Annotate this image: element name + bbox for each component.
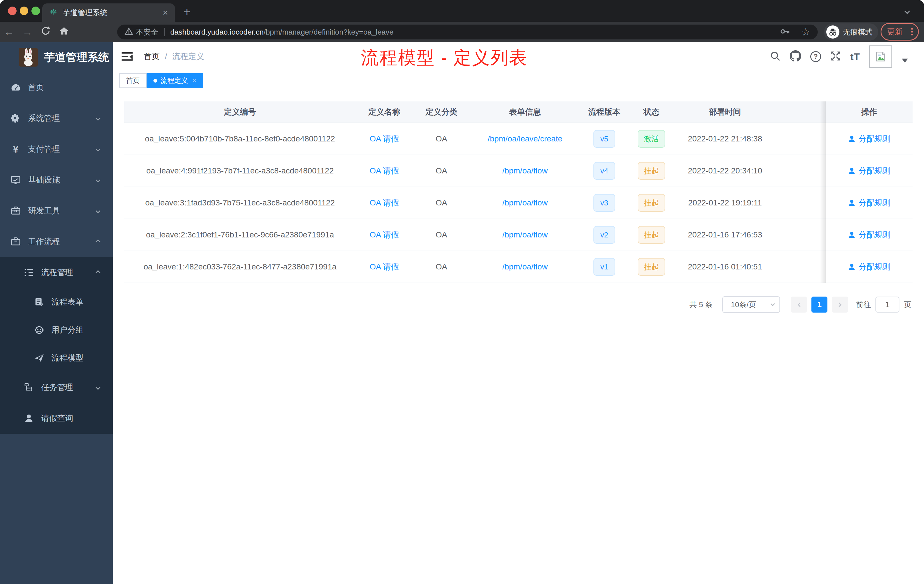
browser-tab[interactable]: 芋道管理系统 × <box>42 3 175 22</box>
form-link[interactable]: /bpm/oa/flow <box>502 230 548 239</box>
browser-update-button[interactable]: 更新 <box>881 23 919 41</box>
yen-icon: ¥ <box>10 144 21 155</box>
cell-definition-id: oa_leave:4:991f2193-7b7f-11ec-a3c8-acde4… <box>124 155 356 186</box>
user-icon <box>848 135 856 143</box>
form-link[interactable]: /bpm/oa/flow <box>502 198 548 208</box>
search-icon[interactable] <box>770 51 780 63</box>
sidebar-item-infrastructure[interactable]: 基础设施 <box>0 165 113 195</box>
forward-button: → <box>18 26 36 38</box>
reload-button[interactable] <box>36 26 55 38</box>
form-link[interactable]: /bpm/oa/flow <box>502 262 548 271</box>
minimize-window-button[interactable] <box>20 7 28 15</box>
sidebar-item-system[interactable]: 系统管理 <box>0 103 113 134</box>
tab-strip: 芋道管理系统 × + <box>0 0 924 22</box>
status-badge: 挂起 <box>638 226 665 244</box>
address-bar[interactable]: 不安全 dashboard.yudao.iocoder.cn/bpm/manag… <box>117 25 818 40</box>
definition-name-link[interactable]: OA 请假 <box>370 134 399 144</box>
col-header-name: 定义名称 <box>356 101 413 122</box>
assign-rule-button[interactable]: 分配规则 <box>848 229 891 240</box>
sidebar-item-user-group[interactable]: 用户分组 <box>0 316 113 344</box>
main-area: 首页 / 流程定义 流程模型 - 定义列表 ? tT 首页 <box>113 42 924 584</box>
sidebar-item-home[interactable]: 首页 <box>0 72 113 103</box>
list-tree-icon <box>23 267 34 278</box>
gear-icon <box>10 113 21 124</box>
page-unit-label: 页 <box>904 300 911 310</box>
tab-close-icon[interactable]: × <box>163 7 168 18</box>
status-badge: 挂起 <box>638 258 665 276</box>
sidebar-item-task-management[interactable]: 任务管理 <box>0 372 113 403</box>
browser-menu-icon[interactable] <box>911 27 913 36</box>
sidebar-item-workflow[interactable]: 工作流程 <box>0 226 113 257</box>
user-icon <box>848 167 856 175</box>
dashboard-icon <box>10 82 21 92</box>
back-button[interactable]: ← <box>0 26 18 38</box>
assign-rule-button[interactable]: 分配规则 <box>848 165 891 176</box>
version-badge: v1 <box>594 258 615 276</box>
version-badge: v3 <box>594 194 615 212</box>
new-tab-button[interactable]: + <box>183 5 191 19</box>
user-avatar-broken-image[interactable] <box>869 45 892 68</box>
top-navbar: 首页 / 流程定义 流程模型 - 定义列表 ? tT <box>113 42 924 71</box>
col-header-id: 定义编号 <box>124 101 356 122</box>
cell-category: OA <box>413 155 470 186</box>
current-page-button[interactable]: 1 <box>812 297 827 313</box>
col-header-form: 表单信息 <box>470 101 580 122</box>
tag-home[interactable]: 首页 <box>119 73 147 88</box>
assign-rule-button[interactable]: 分配规则 <box>848 198 891 208</box>
next-page-button[interactable] <box>832 297 848 313</box>
version-badge: v2 <box>594 226 615 244</box>
sidebar-item-process-management[interactable]: 流程管理 <box>0 257 113 288</box>
sidebar-item-process-model[interactable]: 流程模型 <box>0 344 113 372</box>
github-icon[interactable] <box>790 50 801 63</box>
incognito-icon <box>826 25 840 39</box>
form-link[interactable]: /bpm/oa/leave/create <box>488 134 563 144</box>
sidebar: 芋道管理系统 首页 系统管理 ¥ 支付管理 基础设施 研发工具 工作流程 流程管… <box>0 42 113 584</box>
cell-category: OA <box>413 219 470 251</box>
paper-plane-icon <box>34 353 45 363</box>
font-size-icon[interactable]: tT <box>850 51 860 62</box>
url-domain[interactable]: dashboard.yudao.iocoder.cn <box>170 28 264 36</box>
tag-process-definition[interactable]: 流程定义 × <box>147 73 203 88</box>
prev-page-button[interactable] <box>791 297 807 313</box>
zoom-window-button[interactable] <box>31 7 40 15</box>
tag-close-icon[interactable]: × <box>193 77 196 84</box>
definition-name-link[interactable]: OA 请假 <box>370 198 399 208</box>
sidebar-collapse-icon[interactable] <box>121 50 134 64</box>
briefcase-icon <box>10 237 21 247</box>
user-icon <box>848 199 856 207</box>
home-button[interactable] <box>55 26 73 38</box>
form-link[interactable]: /bpm/oa/flow <box>502 166 548 175</box>
sidebar-item-leave-query[interactable]: 请假查询 <box>0 403 113 434</box>
definition-name-link[interactable]: OA 请假 <box>370 261 399 272</box>
breadcrumb-home[interactable]: 首页 <box>144 51 160 62</box>
favicon-plant-icon <box>49 8 58 17</box>
sidebar-item-payment[interactable]: ¥ 支付管理 <box>0 134 113 165</box>
not-secure-label[interactable]: 不安全 <box>136 27 158 37</box>
cell-definition-id: oa_leave:5:004b710b-7b8a-11ec-8ef0-acde4… <box>124 123 356 155</box>
definition-name-link[interactable]: OA 请假 <box>370 229 399 240</box>
url-path[interactable]: /bpm/manager/definition?key=oa_leave <box>264 28 394 36</box>
close-window-button[interactable] <box>8 7 16 15</box>
goto-page-input[interactable]: 1 <box>875 297 899 313</box>
fullscreen-icon[interactable] <box>830 51 841 63</box>
sidebar-item-process-form[interactable]: 流程表单 <box>0 288 113 316</box>
definition-name-link[interactable]: OA 请假 <box>370 165 399 176</box>
sidebar-item-devtools[interactable]: 研发工具 <box>0 195 113 226</box>
table-header-row: 定义编号 定义名称 定义分类 表单信息 流程版本 状态 部署时间 操作 <box>124 101 912 123</box>
table-row: oa_leave:1:482ec033-762a-11ec-8477-a2380… <box>124 251 912 283</box>
help-icon[interactable]: ? <box>810 51 821 62</box>
page-size-select[interactable]: 10条/页 <box>722 296 780 313</box>
browser-chrome: 芋道管理系统 × + ← → 不安全 dashboard.yudao.iocod… <box>0 0 924 42</box>
bookmark-star-icon[interactable]: ☆ <box>801 26 810 38</box>
user-icon <box>848 263 856 271</box>
table-row: oa_leave:5:004b710b-7b8a-11ec-8ef0-acde4… <box>124 123 912 155</box>
user-menu-caret-icon[interactable] <box>902 59 908 63</box>
cell-definition-id: oa_leave:3:1fad3d93-7b75-11ec-a3c8-acde4… <box>124 187 356 219</box>
assign-rule-button[interactable]: 分配规则 <box>848 134 891 144</box>
password-key-icon[interactable] <box>780 26 790 38</box>
status-badge: 激活 <box>638 130 665 148</box>
cell-deploy-time: 2022-01-16 01:40:51 <box>674 251 776 282</box>
col-header-status: 状态 <box>629 101 674 122</box>
assign-rule-button[interactable]: 分配规则 <box>848 261 891 272</box>
tab-search-chevron-icon[interactable] <box>905 9 909 14</box>
